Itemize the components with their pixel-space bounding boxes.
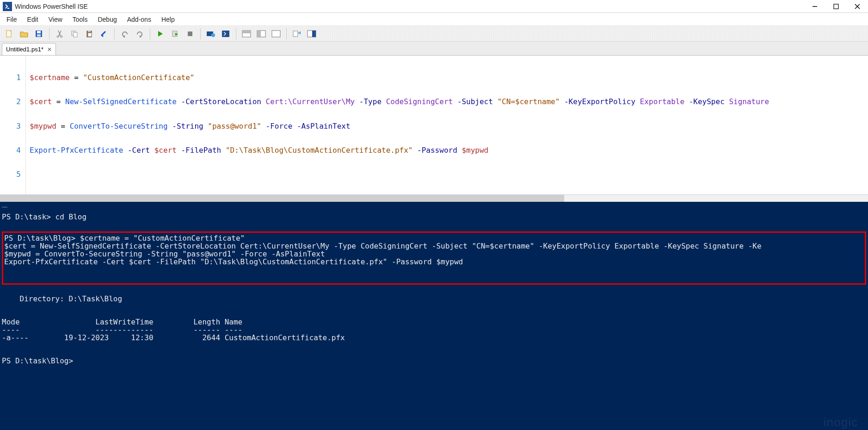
editor-scrollbar[interactable] [0, 194, 868, 202]
layout-script-top-button[interactable] [240, 27, 253, 40]
svg-rect-16 [88, 33, 92, 37]
svg-rect-15 [88, 31, 91, 32]
app-icon [3, 2, 12, 11]
menu-help[interactable]: Help [159, 15, 178, 24]
menu-edit[interactable]: Edit [25, 15, 41, 24]
titlebar: Windows PowerShell ISE [0, 0, 868, 13]
show-command-button[interactable] [290, 27, 303, 40]
close-button[interactable] [847, 0, 868, 13]
svg-rect-29 [257, 31, 261, 37]
paste-button[interactable] [83, 27, 96, 40]
svg-rect-13 [74, 32, 77, 37]
save-button[interactable] [32, 27, 45, 40]
window-title: Windows PowerShell ISE [15, 3, 88, 10]
menu-view[interactable]: View [46, 15, 65, 24]
svg-rect-31 [293, 31, 298, 37]
copy-button[interactable] [68, 27, 81, 40]
toolbar [0, 26, 868, 42]
line-number: 5 [0, 170, 21, 178]
code-editor[interactable]: 1 2 3 4 5 $certname = "CustomActionCerti… [0, 56, 868, 194]
line-number: 2 [0, 98, 21, 106]
show-command-addon-button[interactable] [305, 27, 318, 40]
svg-rect-9 [37, 34, 41, 37]
clear-button[interactable] [98, 27, 111, 40]
svg-rect-5 [6, 31, 11, 37]
svg-marker-19 [158, 31, 163, 37]
stop-button[interactable] [184, 27, 197, 40]
tab-label: Untitled1.ps1* [6, 46, 43, 53]
tab-close-icon[interactable]: ✕ [47, 46, 52, 53]
svg-rect-2 [834, 4, 838, 9]
tab-untitled1[interactable]: Untitled1.ps1* ✕ [2, 43, 56, 55]
svg-rect-33 [312, 31, 316, 37]
maximize-button[interactable] [825, 0, 847, 13]
line-gutter: 1 2 3 4 5 [0, 56, 26, 194]
line-number: 4 [0, 146, 21, 154]
watermark: inogic [824, 418, 858, 426]
svg-point-24 [211, 33, 215, 37]
line-number: 1 [0, 74, 21, 81]
menu-debug[interactable]: Debug [95, 15, 119, 24]
undo-button[interactable] [118, 27, 131, 40]
code-content[interactable]: $certname = "CustomActionCertificate" $c… [26, 56, 868, 194]
new-remote-tab-button[interactable] [204, 27, 217, 40]
cut-button[interactable] [53, 27, 66, 40]
svg-rect-27 [242, 31, 251, 33]
editor-scrollbar-thumb[interactable] [0, 195, 564, 202]
menu-tools[interactable]: Tools [70, 15, 91, 24]
layout-side-button[interactable] [255, 27, 268, 40]
svg-rect-8 [37, 31, 41, 33]
line-number: 3 [0, 122, 21, 130]
start-powershell-button[interactable] [219, 27, 232, 40]
menu-file[interactable]: File [4, 15, 20, 24]
table-row: -a---- 19-12-2023 12:30 2644 CustomActio… [2, 334, 866, 342]
layout-max-button[interactable] [270, 27, 283, 40]
console-caret-icon: ⎺⎺ [2, 206, 866, 213]
svg-rect-22 [188, 31, 192, 36]
console-prompt[interactable]: PS D:\task\Blog> [2, 357, 866, 365]
console-line: PS D:\task> cd Blog [2, 213, 866, 221]
new-file-button[interactable] [3, 27, 16, 40]
menu-addons[interactable]: Add-ons [124, 15, 154, 24]
console-pane[interactable]: ⎺⎺ PS D:\task> cd Blog PS D:\task\Blog> … [0, 202, 868, 430]
highlighted-output: PS D:\task\Blog> $certname = "CustomActi… [2, 231, 866, 285]
tab-strip: Untitled1.ps1* ✕ [0, 42, 868, 56]
minimize-button[interactable] [804, 0, 825, 13]
open-file-button[interactable] [18, 27, 31, 40]
redo-button[interactable] [133, 27, 146, 40]
console-line: Export-PfxCertificate -Cert $cert -FileP… [4, 258, 864, 266]
menubar: File Edit View Tools Debug Add-ons Help [0, 13, 868, 26]
run-selection-button[interactable] [169, 27, 182, 40]
run-script-button[interactable] [154, 27, 167, 40]
svg-rect-30 [272, 31, 280, 37]
console-directory: Directory: D:\Task\Blog [2, 295, 866, 303]
